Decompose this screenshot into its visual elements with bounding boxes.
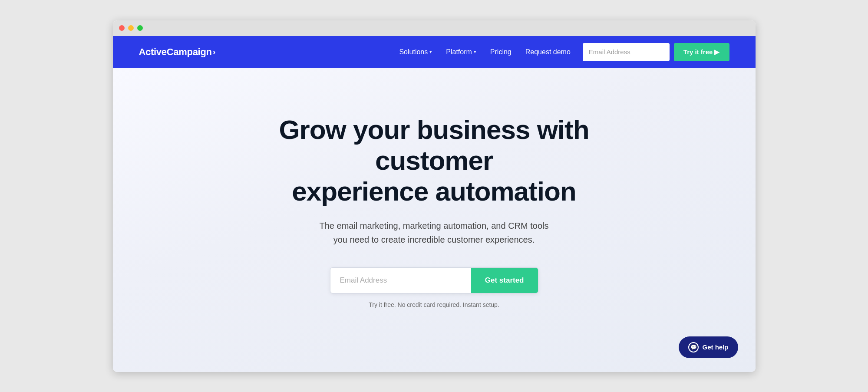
nav-item-platform[interactable]: Platform ▾ (446, 48, 476, 56)
hero-section: Grow your business with customer experie… (113, 68, 756, 372)
chat-icon: 💬 (688, 342, 699, 352)
nav-links: Solutions ▾ Platform ▾ Pricing Request d… (399, 48, 570, 56)
chevron-down-icon: ▾ (474, 49, 476, 55)
main-nav: ActiveCampaign › Solutions ▾ Platform ▾ … (113, 36, 756, 68)
nav-link-pricing[interactable]: Pricing (490, 48, 512, 56)
browser-window: ActiveCampaign › Solutions ▾ Platform ▾ … (113, 20, 756, 372)
get-help-button[interactable]: 💬 Get help (679, 336, 738, 358)
nav-item-solutions[interactable]: Solutions ▾ (399, 48, 432, 56)
logo-arrow-icon: › (213, 47, 215, 57)
nav-item-pricing[interactable]: Pricing (490, 48, 512, 56)
nav-link-request-demo[interactable]: Request demo (525, 48, 571, 56)
chevron-down-icon: ▾ (429, 49, 432, 55)
hero-subtitle: The email marketing, marketing automatio… (313, 219, 556, 247)
logo-text: ActiveCampaign (139, 46, 212, 58)
hero-signup-form: Get started (330, 267, 538, 293)
nav-item-request-demo[interactable]: Request demo (525, 48, 571, 56)
close-button-icon[interactable] (119, 25, 125, 31)
hero-email-input[interactable] (330, 268, 471, 293)
logo[interactable]: ActiveCampaign › (139, 46, 216, 58)
nav-link-solutions[interactable]: Solutions ▾ (399, 48, 432, 56)
minimize-button-icon[interactable] (128, 25, 134, 31)
hero-title: Grow your business with customer experie… (256, 114, 612, 207)
nav-email-input[interactable] (583, 43, 670, 61)
maximize-button-icon[interactable] (137, 25, 143, 31)
get-started-button[interactable]: Get started (471, 268, 538, 293)
nav-try-free-button[interactable]: Try it free ▶ (674, 43, 729, 61)
nav-link-platform[interactable]: Platform ▾ (446, 48, 476, 56)
hero-fine-print: Try it free. No credit card required. In… (369, 301, 499, 308)
browser-chrome (113, 20, 756, 36)
